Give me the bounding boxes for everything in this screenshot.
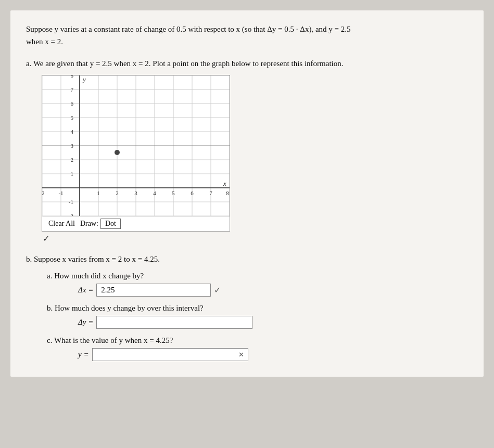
part-b-label: b. Suppose x varies from x = 2 to x = 4.… — [26, 253, 468, 265]
svg-text:6: 6 — [71, 100, 74, 107]
part-b-sub-a-answer-row: Δx = ✓ — [78, 284, 468, 297]
intro-line1: Suppose y varies at a constant rate of c… — [26, 25, 351, 33]
svg-text:3: 3 — [134, 190, 137, 196]
y-input-x-icon: ✕ — [238, 351, 244, 359]
part-b-sub-c-question: c. What is the value of y when x = 4.25? — [47, 336, 468, 345]
svg-text:4: 4 — [71, 129, 74, 135]
delta-x-check: ✓ — [214, 285, 221, 295]
clear-all-button[interactable]: Clear All — [45, 219, 78, 229]
svg-text:-1: -1 — [58, 190, 63, 196]
svg-text:1: 1 — [71, 171, 74, 177]
svg-text:6: 6 — [191, 190, 194, 196]
intro-line2: when x = 2. — [26, 37, 63, 46]
graph-controls: Clear All Draw: Dot — [42, 216, 230, 231]
graph-svg[interactable]: y x -2 -1 1 2 3 4 5 6 7 8 8 7 6 — [42, 75, 230, 216]
part-b-sub-b: b. How much does y change by over this i… — [47, 304, 468, 329]
draw-mode-box[interactable]: Dot — [100, 219, 121, 229]
svg-text:2: 2 — [116, 190, 119, 196]
y-label: y = — [78, 350, 89, 359]
svg-text:7: 7 — [209, 190, 212, 196]
part-b-sub-a: a. How much did x change by? Δx = ✓ — [47, 272, 468, 297]
delta-x-label: Δx = — [78, 286, 93, 295]
part-b: b. Suppose x varies from x = 2 to x = 4.… — [26, 253, 468, 361]
graph-container: y x -2 -1 1 2 3 4 5 6 7 8 8 7 6 — [42, 75, 468, 244]
svg-text:8: 8 — [71, 75, 74, 79]
delta-x-input[interactable] — [96, 284, 211, 297]
svg-text:5: 5 — [172, 190, 175, 196]
svg-text:-1: -1 — [69, 199, 73, 205]
delta-y-input[interactable] — [96, 316, 252, 329]
svg-text:1: 1 — [97, 190, 100, 196]
draw-label: Draw: — [80, 220, 98, 228]
svg-text:3: 3 — [71, 143, 74, 149]
y-value-input[interactable] — [92, 348, 248, 361]
graph-area[interactable]: y x -2 -1 1 2 3 4 5 6 7 8 8 7 6 — [42, 75, 230, 232]
part-b-sub-c: c. What is the value of y when x = 4.25?… — [47, 336, 468, 361]
svg-text:-2: -2 — [69, 213, 73, 216]
svg-text:8: 8 — [226, 190, 229, 196]
svg-text:5: 5 — [71, 114, 74, 121]
intro-text: Suppose y varies at a constant rate of c… — [26, 23, 468, 48]
plotted-dot — [115, 150, 120, 155]
svg-text:7: 7 — [71, 86, 74, 93]
part-b-sub-a-question: a. How much did x change by? — [47, 272, 468, 280]
svg-text:-2: -2 — [42, 190, 45, 196]
svg-text:4: 4 — [153, 190, 156, 196]
graph-checkmark: ✓ — [43, 234, 468, 244]
svg-text:x: x — [223, 180, 226, 187]
part-b-sub-b-answer-row: Δy = — [78, 316, 468, 329]
svg-text:2: 2 — [71, 157, 74, 163]
main-page: Suppose y varies at a constant rate of c… — [10, 10, 484, 377]
svg-text:y: y — [82, 75, 86, 83]
part-b-sub-c-answer-row: y = ✕ — [78, 348, 468, 361]
part-b-sub-b-question: b. How much does y change by over this i… — [47, 304, 468, 313]
part-a-label: a. We are given that y = 2.5 when x = 2.… — [26, 57, 468, 70]
delta-y-label: Δy = — [78, 318, 93, 327]
